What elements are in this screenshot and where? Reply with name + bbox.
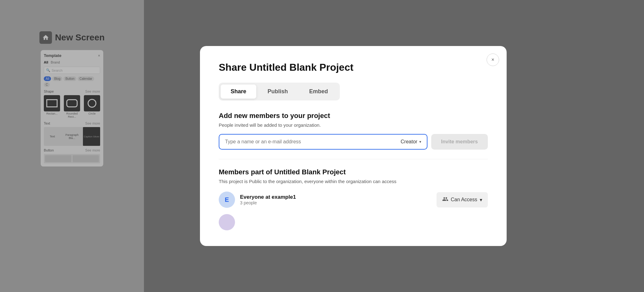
add-members-subtitle: People invited will be added to your org…	[219, 122, 488, 128]
add-members-title: Add new members to your project	[219, 112, 488, 120]
member-name-everyone: Everyone at example1	[240, 194, 432, 200]
people-svg	[442, 196, 448, 202]
modal-overlay: × Share Untitled Blank Project Share Pub…	[0, 0, 644, 292]
modal-close-button[interactable]: ×	[487, 54, 499, 66]
member-avatar-everyone: E	[219, 192, 235, 208]
member-row-everyone: E Everyone at example1 3 people Can Acce…	[219, 192, 488, 208]
chevron-down-icon: ▾	[419, 140, 421, 144]
invite-members-button[interactable]: Invite members	[431, 134, 488, 150]
members-title: Members part of Untitled Blank Project	[219, 168, 488, 176]
tab-embed[interactable]: Embed	[299, 85, 338, 99]
share-modal: × Share Untitled Blank Project Share Pub…	[200, 46, 507, 246]
modal-tabs: Share Publish Embed	[219, 83, 340, 100]
role-selector[interactable]: Creator ▾	[401, 139, 421, 145]
avatar-letter: E	[225, 196, 229, 203]
invite-input-wrapper[interactable]: Creator ▾	[219, 134, 427, 150]
member-avatar-second	[219, 214, 235, 230]
access-selector-everyone[interactable]: Can Access ▾	[437, 192, 488, 207]
member-count-everyone: 3 people	[240, 200, 432, 205]
member-row-second	[219, 214, 488, 230]
modal-title: Share Untitled Blank Project	[219, 62, 488, 73]
tab-share[interactable]: Share	[221, 85, 256, 99]
tab-publish[interactable]: Publish	[258, 85, 298, 99]
section-divider	[219, 159, 488, 159]
people-icon	[442, 196, 448, 204]
role-label: Creator	[401, 139, 417, 145]
access-chevron-icon: ▾	[480, 197, 482, 203]
invite-row: Creator ▾ Invite members	[219, 134, 488, 150]
invite-input-field[interactable]	[225, 139, 397, 145]
members-subtitle: This project is Public to the organizati…	[219, 179, 488, 184]
can-access-label: Can Access	[451, 197, 477, 202]
member-info-everyone: Everyone at example1 3 people	[240, 194, 432, 205]
